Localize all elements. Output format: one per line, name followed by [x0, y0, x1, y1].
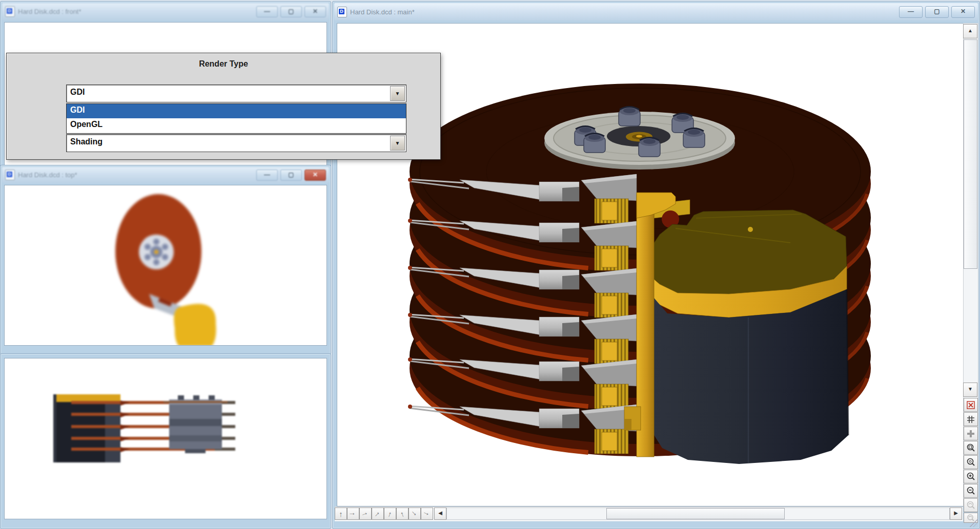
- view-iso-20-button[interactable]: ↑: [359, 507, 372, 520]
- restore-button[interactable]: ▢: [280, 170, 302, 181]
- render-type-options-list: GDI OpenGL: [66, 103, 406, 134]
- scroll-up-button[interactable]: ▲: [963, 24, 977, 38]
- minimize-button[interactable]: —: [256, 6, 278, 17]
- dialog-title: Render Type: [7, 59, 440, 69]
- window-top-title: Hard Disk.dcd : top*: [18, 171, 77, 179]
- dropdown-arrow-icon[interactable]: ▼: [390, 86, 405, 101]
- render-type-value: GDI: [70, 88, 85, 97]
- shading-combobox[interactable]: Shading ▼: [66, 134, 406, 152]
- hub-screw: [639, 138, 660, 157]
- document-icon: D: [5, 6, 15, 17]
- side-view-drawing: [5, 358, 327, 519]
- side-view-canvas[interactable]: [4, 358, 327, 519]
- window-front-titlebar[interactable]: D Hard Disk.dcd : front* — ▢ ✕: [2, 3, 329, 20]
- resize-grip[interactable]: [970, 519, 978, 527]
- view-right-button[interactable]: ↑: [347, 507, 359, 520]
- close-button[interactable]: ✕: [304, 170, 326, 181]
- horizontal-scrollbar-thumb[interactable]: [606, 508, 785, 519]
- hub-screw: [584, 134, 605, 153]
- document-icon: D: [337, 7, 347, 17]
- vertical-scrollbar-thumb[interactable]: [964, 39, 977, 269]
- render-type-combobox[interactable]: GDI ▼: [66, 84, 406, 102]
- zoom-window-button[interactable]: [964, 455, 978, 469]
- view-up-button[interactable]: ↑: [335, 507, 347, 520]
- restore-button[interactable]: ▢: [925, 6, 949, 18]
- window-side-view: [0, 353, 331, 529]
- top-view-canvas[interactable]: [4, 185, 327, 346]
- render-close-button[interactable]: [964, 398, 978, 412]
- dropdown-arrow-icon[interactable]: ▼: [390, 136, 405, 151]
- window-main-title: Hard Disk.dcd : main*: [350, 8, 415, 16]
- scroll-right-button[interactable]: ▶: [950, 507, 962, 520]
- restore-button[interactable]: ▢: [280, 6, 302, 17]
- zoom-in-button[interactable]: [964, 470, 978, 483]
- hub-screw: [683, 129, 705, 148]
- window-top-titlebar[interactable]: D Hard Disk.dcd : top* — ▢ ✕: [2, 167, 329, 183]
- close-button[interactable]: ✕: [304, 6, 326, 17]
- minimize-button[interactable]: —: [899, 6, 923, 18]
- scroll-left-button[interactable]: ◀: [434, 507, 446, 520]
- scroll-down-button[interactable]: ▼: [963, 383, 977, 397]
- render-type-dialog: Render Type GDI ▼ GDI OpenGL Shading ▼: [6, 53, 441, 160]
- window-main-titlebar[interactable]: D Hard Disk.dcd : main* — ▢ ✕: [334, 3, 978, 20]
- grid-toggle-button[interactable]: [964, 412, 978, 426]
- pan-button[interactable]: [964, 427, 978, 440]
- view-iso-70-button[interactable]: ↑: [384, 507, 396, 520]
- close-button[interactable]: ✕: [951, 6, 975, 18]
- zoom-out-button[interactable]: [964, 484, 978, 498]
- view-iso-110-button[interactable]: ↑: [396, 507, 409, 520]
- minimize-button[interactable]: —: [256, 170, 278, 181]
- option-opengl[interactable]: OpenGL: [67, 118, 406, 133]
- window-top-view: D Hard Disk.dcd : top* — ▢ ✕: [0, 165, 331, 354]
- zoom-extents-button[interactable]: [964, 441, 978, 455]
- view-iso-155-button[interactable]: ↑: [421, 507, 433, 520]
- window-front-title: Hard Disk.dcd : front*: [18, 8, 81, 15]
- view-iso-135-button[interactable]: ↑: [409, 507, 421, 520]
- shading-value: Shading: [70, 137, 103, 146]
- option-gdi[interactable]: GDI: [67, 104, 406, 118]
- top-view-drawing: [5, 185, 327, 346]
- hub-screw: [619, 107, 640, 126]
- document-icon: D: [5, 170, 15, 180]
- zoom-previous-button[interactable]: [964, 498, 978, 512]
- view-iso-45-button[interactable]: ↑: [372, 507, 384, 520]
